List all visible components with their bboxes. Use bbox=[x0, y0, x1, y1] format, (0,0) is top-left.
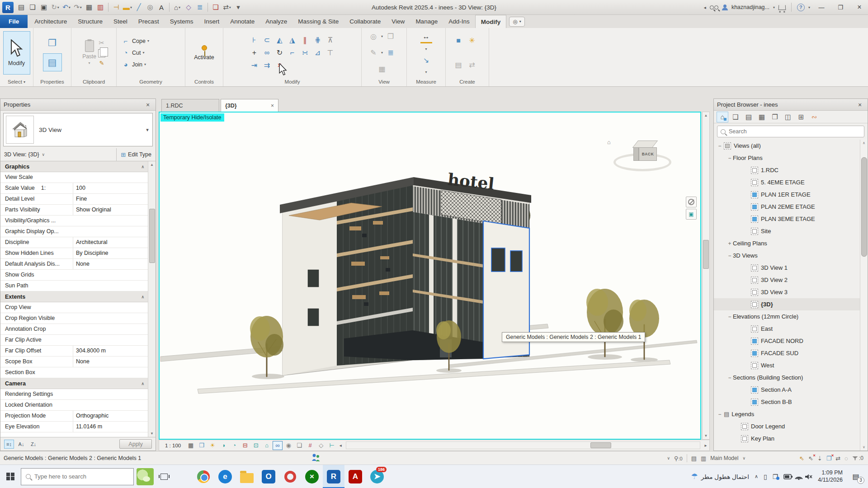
ribbon-tab-analyze[interactable]: Analyze bbox=[260, 15, 292, 28]
home-icon[interactable]: ⌂▾ bbox=[172, 1, 183, 13]
displace-icon[interactable]: ❐ bbox=[385, 31, 396, 42]
tree-item-5-4eme-etage[interactable]: 5. 4EME ETAGE bbox=[714, 176, 868, 188]
measure-icon[interactable]: ▬▾ bbox=[122, 1, 133, 13]
steering-wheel-icon[interactable] bbox=[686, 197, 697, 207]
account-avatar-icon[interactable] bbox=[722, 5, 728, 10]
section-header-extents[interactable]: Extents∧ bbox=[0, 291, 148, 302]
ribbon-tab-massing-site[interactable]: Massing & Site bbox=[292, 15, 344, 28]
select-links-icon[interactable]: ⇖ bbox=[799, 455, 804, 462]
aligned-dim-icon[interactable]: ↘ bbox=[420, 55, 432, 66]
tree-expander-icon[interactable]: − bbox=[726, 155, 733, 161]
mail-app-icon[interactable]: ➤186 bbox=[366, 465, 388, 488]
tree-item-section-a-a[interactable]: Section A-A bbox=[714, 384, 868, 396]
help-icon[interactable]: ? bbox=[797, 4, 805, 11]
open-icon[interactable]: ❏ bbox=[27, 1, 38, 13]
displacement-icon[interactable]: ◇ bbox=[316, 441, 326, 450]
rotate-tool-icon[interactable]: ↻ bbox=[274, 47, 286, 59]
reveal-constraints-icon[interactable]: ⊢ bbox=[327, 441, 337, 450]
mirror-pick-tool-icon[interactable]: ◭ bbox=[274, 34, 286, 46]
trim-corner-tool-icon[interactable]: ⌐ bbox=[287, 47, 298, 59]
property-value[interactable]: Fine bbox=[73, 194, 148, 204]
cut-button[interactable]: ◔Cut▾ bbox=[121, 47, 144, 59]
create-similar-icon[interactable]: ✳ bbox=[466, 35, 478, 47]
visual-style-icon[interactable]: ❒ bbox=[197, 441, 207, 450]
property-value[interactable]: Architectural bbox=[73, 237, 148, 248]
property-value[interactable]: Orthographic bbox=[73, 411, 148, 421]
hscroll-thumb[interactable] bbox=[590, 442, 611, 448]
opera-app-icon[interactable] bbox=[279, 465, 301, 488]
activate-controls-button[interactable]: Activate bbox=[194, 45, 214, 61]
tree-scrollbar[interactable]: ∧∨ bbox=[860, 140, 868, 450]
split-gap-tool-icon[interactable]: ⋕ bbox=[312, 34, 324, 46]
ribbon-tab-systems[interactable]: Systems bbox=[165, 15, 199, 28]
type-selector-dropdown-icon[interactable]: ▾ bbox=[142, 127, 152, 133]
revit-app-icon[interactable]: R bbox=[323, 465, 344, 488]
save-icon[interactable]: ▣ bbox=[38, 1, 49, 13]
tree-item-views-all-[interactable]: −Views (all) bbox=[714, 140, 868, 152]
outlook-app-icon[interactable]: O bbox=[258, 465, 279, 488]
tree-item-floor-plans[interactable]: −Floor Plans bbox=[714, 152, 868, 164]
viewcube[interactable]: ⌂ BACK bbox=[620, 139, 674, 175]
move-tool-icon[interactable]: + bbox=[249, 47, 260, 59]
ribbon-tab-add-ins[interactable]: Add-Ins bbox=[443, 15, 475, 28]
cut-clipboard-icon[interactable]: ✂ bbox=[99, 39, 105, 47]
instance-selector[interactable]: 3D View: {3D} ∨ bbox=[0, 151, 116, 158]
ribbon-tab-precast[interactable]: Precast bbox=[133, 15, 165, 28]
align-list-icon[interactable]: ≣ bbox=[194, 1, 205, 13]
type-selector[interactable]: 3D View ▾ bbox=[3, 113, 153, 146]
detail-level-icon[interactable]: ▦ bbox=[186, 441, 196, 450]
ribbon-options-button[interactable]: ◎▾ bbox=[509, 17, 525, 27]
tree-item-legends[interactable]: −▤Legends bbox=[714, 408, 868, 420]
sort-default-icon[interactable]: ≡↕ bbox=[4, 440, 14, 449]
view-tab-close-icon[interactable]: × bbox=[271, 103, 274, 109]
apply-button[interactable]: Apply bbox=[119, 439, 152, 449]
canvas-horizontal-scrollbar[interactable] bbox=[346, 441, 700, 449]
acrobat-app-icon[interactable]: A bbox=[344, 465, 366, 488]
transfer-icon[interactable]: ▥ bbox=[95, 1, 106, 13]
property-value[interactable]: None bbox=[73, 357, 148, 367]
tray-expand-icon[interactable]: ∧ bbox=[755, 474, 758, 479]
minimize-button[interactable]: — bbox=[814, 1, 829, 13]
tree-item-door-legend[interactable]: Door Legend bbox=[714, 420, 868, 432]
shadows-icon[interactable]: ◑ bbox=[218, 441, 228, 450]
properties-close-icon[interactable]: × bbox=[143, 101, 152, 108]
tree-item-3d-view-3[interactable]: 3D View 3 bbox=[714, 286, 868, 298]
collapse-search-icon[interactable]: ◂ bbox=[704, 5, 706, 10]
hscroll-right-icon[interactable]: ▸ bbox=[702, 443, 709, 448]
file-window-icon[interactable]: ▤ bbox=[16, 1, 27, 13]
pin-tool-icon[interactable]: ⊤ bbox=[325, 47, 336, 59]
customize-qat-icon[interactable]: ▾ bbox=[233, 1, 244, 13]
browser-legends-icon[interactable]: ▤ bbox=[743, 112, 755, 122]
sort-az-icon[interactable]: A↓ bbox=[16, 440, 26, 449]
design-options-icon[interactable]: ▤ bbox=[691, 455, 697, 462]
tree-item-west[interactable]: West bbox=[714, 359, 868, 371]
view-tab--3d-[interactable]: {3D}× bbox=[221, 99, 278, 112]
ribbon-tab-view[interactable]: View bbox=[386, 15, 410, 28]
help-dropdown-icon[interactable]: ▾ bbox=[808, 5, 810, 9]
worksharing-icon[interactable] bbox=[311, 453, 321, 462]
design-options2-icon[interactable]: ▥ bbox=[701, 455, 706, 462]
explorer-app-icon[interactable] bbox=[236, 465, 258, 488]
select-by-face-icon[interactable]: ❐× bbox=[826, 455, 832, 462]
browser-views-icon[interactable]: ⌂ bbox=[717, 112, 728, 122]
paste-button[interactable]: Paste ▾ bbox=[82, 40, 96, 65]
tree-item-3d-views[interactable]: −3D Views bbox=[714, 249, 868, 262]
revit-logo[interactable]: R bbox=[2, 2, 14, 13]
offset-tool-icon[interactable]: ⊂ bbox=[261, 34, 273, 46]
line-icon[interactable]: ╱ bbox=[133, 1, 144, 13]
create-parts-icon[interactable]: ⇄ bbox=[466, 59, 478, 70]
edge-app-icon[interactable]: e bbox=[214, 465, 236, 488]
match-properties-icon[interactable]: ✎ bbox=[99, 60, 104, 66]
browser-search-input[interactable] bbox=[729, 128, 861, 135]
taskbar-search-input[interactable] bbox=[34, 473, 129, 480]
cutprofile-icon[interactable]: ▦ bbox=[376, 63, 388, 75]
print-icon[interactable]: ▦ bbox=[84, 1, 94, 13]
property-value[interactable]: 100 bbox=[73, 183, 148, 193]
chrome-app-icon[interactable] bbox=[193, 465, 214, 488]
reveal-hidden-icon[interactable]: ◉ bbox=[283, 441, 293, 450]
design-option-value[interactable]: Main Model bbox=[710, 455, 738, 461]
browser-links-icon[interactable]: ∾ bbox=[808, 112, 820, 122]
ribbon-tab-modify[interactable]: Modify bbox=[475, 15, 507, 28]
edit-type-button[interactable]: ⊞ Edit Type bbox=[116, 148, 156, 161]
temp-hide-isolate-icon[interactable]: ∞ bbox=[273, 441, 283, 450]
